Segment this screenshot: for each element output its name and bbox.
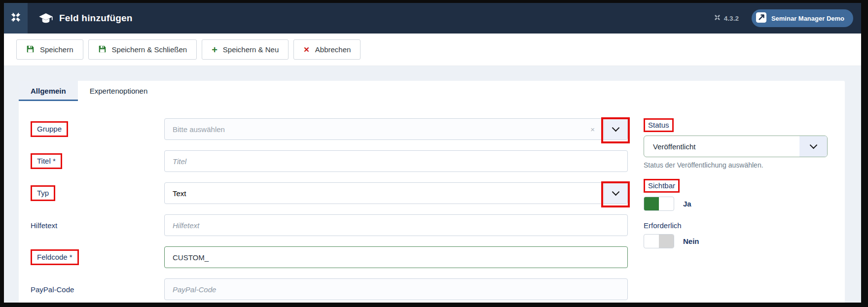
tab-expertenoptionen[interactable]: Expertenoptionen xyxy=(78,81,160,101)
cancel-button[interactable]: ✕ Abbrechen xyxy=(293,39,361,60)
status-selected-value: Veröffentlicht xyxy=(653,142,695,151)
feldcode-input[interactable] xyxy=(164,246,628,268)
titel-input[interactable] xyxy=(164,150,628,172)
joomla-logo-icon xyxy=(9,10,23,26)
save-button-label: Speichern xyxy=(40,45,73,54)
paypal-code-label: PayPal-Code xyxy=(31,285,74,294)
clear-x-icon[interactable]: × xyxy=(590,119,595,139)
sichtbar-field: Sichtbar Ja xyxy=(644,179,828,211)
status-label-annotated: Status xyxy=(644,118,674,132)
hilfetext-input[interactable] xyxy=(164,214,628,236)
gruppe-placeholder: Bitte auswählen xyxy=(173,125,225,134)
gruppe-select[interactable]: Bitte auswählen × xyxy=(164,118,628,140)
form-row-gruppe: Gruppe Bitte auswählen × xyxy=(31,118,628,140)
status-select[interactable]: Veröffentlicht xyxy=(644,136,828,157)
erforderlich-label: Erforderlich xyxy=(644,221,682,230)
form-row-hilfetext: Hilfetext xyxy=(31,214,628,236)
toolbar: Speichern Speichern & Schließen + Speich… xyxy=(4,34,861,66)
titel-label-annotated: Titel * xyxy=(31,153,62,169)
plus-icon: + xyxy=(212,45,217,55)
save-close-button[interactable]: Speichern & Schließen xyxy=(88,39,197,60)
feldcode-label-annotated: Feldcode * xyxy=(31,249,79,265)
chevron-down-icon xyxy=(612,124,620,132)
demo-button-label: Seminar Manager Demo xyxy=(771,15,844,22)
typ-select[interactable]: Text xyxy=(164,182,628,204)
floppy-disk-icon xyxy=(26,45,35,55)
admin-header: Feld hinzufügen 4.3.2 xyxy=(4,3,861,34)
form-row-feldcode: Feldcode * xyxy=(31,246,628,268)
external-link-icon xyxy=(756,12,767,25)
gruppe-dropdown-toggle[interactable] xyxy=(604,119,627,139)
joomla-logo-tile[interactable] xyxy=(4,3,28,34)
publishing-sidebar: Status Veröffentlicht Status der Veröffe… xyxy=(644,118,828,307)
x-icon: ✕ xyxy=(303,46,310,53)
page-title: Feld hinzufügen xyxy=(59,13,133,24)
paypal-code-input[interactable] xyxy=(164,278,628,300)
form-row-paypal-code: PayPal-Code xyxy=(31,278,628,300)
content-panel: Allgemein Expertenoptionen Gruppe Bitte … xyxy=(19,81,845,307)
version-text: 4.3.2 xyxy=(724,15,739,22)
chevron-down-icon xyxy=(612,188,620,196)
tabstrip: Allgemein Expertenoptionen xyxy=(19,81,845,101)
erforderlich-field: Erforderlich Nein xyxy=(644,221,828,248)
hilfetext-label: Hilfetext xyxy=(31,221,57,230)
seminar-manager-demo-button[interactable]: Seminar Manager Demo xyxy=(752,9,853,27)
joomla-version: 4.3.2 xyxy=(714,14,739,23)
erforderlich-toggle-value: Nein xyxy=(683,237,699,245)
form-row-titel: Titel * xyxy=(31,150,628,172)
sichtbar-label-annotated: Sichtbar xyxy=(644,179,680,193)
cancel-button-label: Abbrechen xyxy=(315,45,351,54)
typ-dropdown-toggle[interactable] xyxy=(604,183,627,204)
joomla-mini-icon xyxy=(714,14,721,23)
gruppe-label-annotated: Gruppe xyxy=(31,121,68,137)
app-window: Feld hinzufügen 4.3.2 xyxy=(0,0,868,307)
typ-label-annotated: Typ xyxy=(31,185,55,201)
field-form: Gruppe Bitte auswählen × xyxy=(19,101,845,307)
status-help-text: Status der Veröffentlichung auswählen. xyxy=(644,161,828,169)
chevron-down-icon xyxy=(809,141,817,149)
sichtbar-toggle-value: Ja xyxy=(683,200,691,208)
tab-allgemein[interactable]: Allgemein xyxy=(19,81,78,101)
sichtbar-toggle[interactable] xyxy=(644,197,674,211)
status-field: Status Veröffentlicht Status der Veröffe… xyxy=(644,118,828,169)
save-button[interactable]: Speichern xyxy=(16,39,83,60)
page-background: Allgemein Expertenoptionen Gruppe Bitte … xyxy=(4,66,861,307)
floppy-disk-icon xyxy=(98,45,107,55)
save-close-button-label: Speichern & Schließen xyxy=(112,45,187,54)
graduation-cap-icon xyxy=(38,13,53,24)
save-new-button[interactable]: + Speichern & Neu xyxy=(202,39,289,60)
save-new-button-label: Speichern & Neu xyxy=(223,45,279,54)
erforderlich-toggle[interactable] xyxy=(644,234,674,248)
form-row-typ: Typ Text xyxy=(31,182,628,204)
typ-selected-value: Text xyxy=(173,189,186,198)
status-dropdown-toggle[interactable] xyxy=(799,136,827,157)
